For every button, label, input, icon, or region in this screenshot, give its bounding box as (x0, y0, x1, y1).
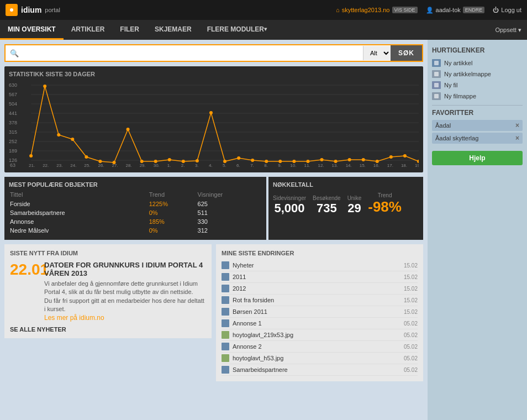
recent-item-name[interactable]: hoytoglavt_219x53.jpg (233, 332, 400, 338)
svg-point-1 (10, 8, 13, 12)
svg-text:21.: 21. (29, 163, 35, 168)
svg-point-23 (57, 133, 60, 136)
svg-point-31 (168, 158, 171, 161)
svg-text:17.: 17. (387, 163, 393, 168)
see-all-news[interactable]: SE ALLE NYHETER (10, 326, 206, 333)
popular-table: Tittel Trend Visninger Forside 1225% 625… (9, 190, 262, 235)
sidebar-quicklink-item[interactable]: Ny fil (432, 80, 523, 91)
recent-item-name[interactable]: hoytoglavt_h53.jpg (233, 355, 400, 361)
recent-item: 2012 15.02 (222, 283, 418, 295)
vis-side-badge[interactable]: VIS SIDE (392, 7, 418, 13)
svg-text:1.: 1. (167, 163, 171, 168)
svg-point-33 (196, 159, 199, 162)
recent-item-name[interactable]: 2011 (233, 274, 400, 280)
help-button[interactable]: Hjelp (432, 151, 523, 165)
recent-item-icon (222, 273, 229, 281)
nav-item-files[interactable]: FILER (112, 20, 147, 40)
svg-text:28.: 28. (126, 163, 132, 168)
popular-row-title: Samarbeidspartnere (10, 209, 148, 217)
recent-item-icon (222, 343, 229, 350)
svg-text:8.: 8. (264, 163, 268, 168)
svg-text:504: 504 (9, 101, 17, 107)
recent-item: 2011 15.02 (222, 271, 418, 283)
recent-item-name[interactable]: Nyheter (233, 262, 400, 269)
svg-text:30.: 30. (154, 163, 160, 168)
sidebar-quicklink-item[interactable]: Ny artikkel (432, 57, 523, 69)
quicklink-icon (432, 59, 441, 67)
recent-item: hoytoglavt_h53.jpg 05.02 (222, 353, 418, 364)
favorite-name[interactable]: Åadal (435, 122, 451, 129)
quicklink-icon (432, 81, 441, 89)
svg-rect-82 (434, 94, 439, 98)
favorite-remove[interactable]: × (515, 134, 519, 142)
popular-row-trend: 0% (149, 227, 197, 234)
search-button[interactable]: SØK (391, 45, 422, 61)
recent-item-name[interactable]: Annonse 2 (233, 343, 400, 350)
endre-badge[interactable]: ENDRE (463, 7, 485, 13)
news-date: 22.01 (10, 261, 38, 322)
nav-item-overview[interactable]: MIN OVERSIKT (0, 20, 64, 40)
nk-item: Sidevisninger 5,000 (273, 195, 306, 216)
nav-item-articles[interactable]: ARTIKLER (64, 20, 113, 40)
recent-item-icon (222, 366, 229, 374)
sidebar-quicklink-item[interactable]: Ny artikkelmappe (432, 69, 523, 80)
quicklinks-title: HURTIGLENKER (432, 46, 523, 54)
svg-point-47 (389, 155, 393, 159)
news-section: SISTE NYTT FRA IDIUM 22.01 DATOER FOR GR… (4, 244, 212, 338)
nav-right: Oppsett (495, 20, 527, 40)
stats-title: STATISTIKK SISTE 30 DAGER (9, 71, 419, 77)
news-body2: Du får fri support gitt at en medarbeide… (44, 297, 206, 314)
nav-item-forms[interactable]: SKJEMAER (147, 20, 199, 40)
site-link[interactable]: skytterlag2013.no (342, 7, 390, 13)
nk-row: Sidevisninger 5,000 Besøkende 735 Unike … (273, 192, 419, 216)
svg-text:315: 315 (9, 129, 17, 135)
svg-text:19.: 19. (415, 163, 419, 168)
popular-row-trend: 1225% (149, 200, 197, 208)
nk-label: Unike (347, 195, 362, 201)
news-headline: DATOER FOR GRUNNKURS I IDIUM PORTAL 4 VÅ… (44, 261, 206, 277)
news-link[interactable]: Les mer på idium.no (44, 314, 104, 322)
svg-point-44 (348, 158, 351, 161)
favorite-remove[interactable]: × (515, 122, 519, 129)
svg-point-24 (71, 138, 74, 141)
svg-text:567: 567 (9, 92, 17, 97)
settings-link[interactable]: Oppsett (495, 27, 521, 34)
favorite-name[interactable]: Åadal skytterlag (435, 135, 478, 141)
popular-row-trend: 185% (149, 218, 197, 225)
sidebar-quicklinks: Ny artikkel Ny artikkelmappe Ny fil Ny f… (432, 57, 523, 102)
search-input[interactable] (23, 46, 363, 61)
popular-section: MEST POPULÆRE OBJEKTER Tittel Trend Visn… (4, 177, 266, 240)
search-filter-select[interactable]: Alt (363, 46, 391, 60)
svg-text:10.: 10. (290, 163, 296, 168)
svg-text:6.: 6. (236, 163, 240, 168)
svg-text:7.: 7. (250, 163, 254, 168)
news-content: DATOER FOR GRUNNKURS I IDIUM PORTAL 4 VÅ… (44, 261, 206, 322)
recent-item-name[interactable]: Børsen 2011 (233, 308, 400, 315)
sidebar-quicklink-item[interactable]: Ny filmappe (432, 91, 523, 102)
recent-item-name[interactable]: Annonse 1 (233, 320, 400, 327)
svg-point-45 (362, 158, 365, 161)
popular-row-views: 312 (198, 227, 261, 234)
popular-row-title: Nedre Målselv (10, 227, 148, 234)
recent-item-date: 05.02 (404, 344, 418, 350)
nav-item-modules[interactable]: FLERE MODULER (199, 20, 275, 40)
recent-item-name[interactable]: Rot fra forsiden (233, 297, 400, 303)
svg-text:630: 630 (9, 82, 17, 88)
recent-item: hoytoglavt_219x53.jpg 05.02 (222, 329, 418, 341)
recent-item-icon (222, 319, 229, 327)
nk-label: Besøkende (313, 195, 341, 201)
search-bar: 🔍 Alt SØK (4, 44, 423, 62)
popular-row-trend: 0% (149, 209, 197, 217)
header-logo: idium portal (6, 4, 60, 16)
username-label: aadal-tok (436, 7, 461, 13)
svg-text:29.: 29. (140, 163, 146, 168)
recent-item-name[interactable]: Samarbeidspartnere (233, 366, 400, 373)
sidebar-favorites: Åadal × Åadal skytterlag × (432, 120, 523, 144)
logout-button[interactable]: ⏻ Logg ut (493, 7, 521, 13)
sidebar: HURTIGLENKER Ny artikkel Ny artikkelmapp… (428, 40, 527, 420)
recent-item: Rot fra forsiden 15.02 (222, 295, 418, 306)
search-icon: 🔍 (6, 49, 23, 57)
svg-text:27.: 27. (112, 163, 118, 168)
favorite-item: Åadal skytterlag × (432, 133, 523, 144)
recent-item-name[interactable]: 2012 (233, 285, 400, 292)
